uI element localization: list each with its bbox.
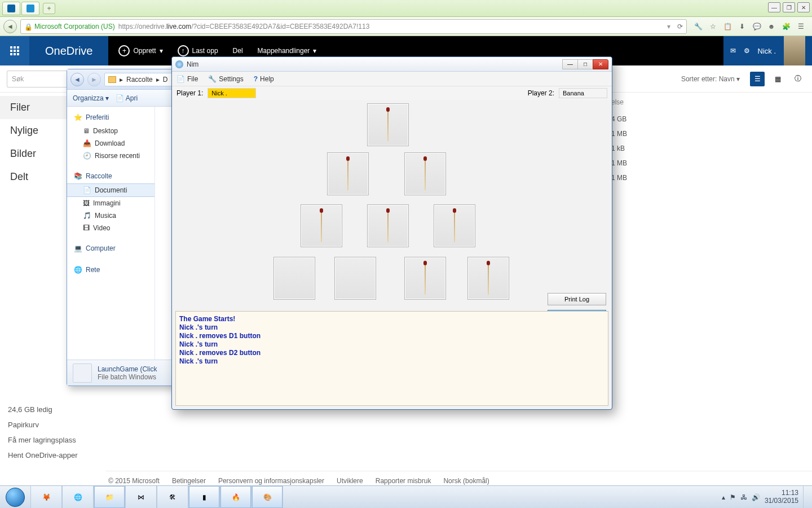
menu-settings[interactable]: 🔧 Settings (208, 75, 243, 83)
match-1-0[interactable] (327, 152, 369, 195)
menu-help[interactable]: ? Help (254, 75, 274, 83)
tree-network[interactable]: 🌐 Rete (67, 262, 155, 277)
minimize-button[interactable]: ― (768, 2, 780, 12)
taskbar-cmd[interactable]: ▮ (188, 486, 220, 508)
tree-music[interactable]: 🎵 Musica (67, 209, 155, 222)
match-2-0[interactable] (301, 204, 342, 247)
tree-recent[interactable]: 🕘 Risorse recenti (67, 150, 155, 162)
file-thumbnail (73, 364, 92, 383)
avatar[interactable] (784, 36, 805, 65)
browser-tab-outlook[interactable] (2, 2, 20, 15)
folder-actions-button[interactable]: Mappehandlinger▾ (258, 47, 317, 55)
system-tray: ▴ ⚑ 🖧 🔊 11:1331/03/2015 (717, 486, 812, 508)
explorer-forward-button[interactable]: ► (87, 73, 101, 86)
clipboard-icon[interactable]: 📋 (723, 22, 732, 31)
match-3-2[interactable] (404, 257, 446, 300)
file-size-column: else 4 GB 1 MB 1 kB 1 MB 1 MB (611, 93, 645, 185)
tree-favorites[interactable]: ⭐ Preferiti (67, 110, 155, 125)
view-info-button[interactable]: ⓘ (791, 72, 805, 86)
tree-video[interactable]: 🎞 Video (67, 222, 155, 234)
match-3-3[interactable] (467, 257, 509, 300)
new-tab-button[interactable]: + (43, 3, 55, 14)
match-2-2[interactable] (434, 204, 475, 247)
restore-button[interactable]: ❐ (783, 2, 795, 12)
create-button[interactable]: +Opprett▾ (118, 45, 162, 56)
get-apps-link[interactable]: Hent OneDrive-apper (8, 448, 78, 463)
face-icon[interactable]: ☻ (767, 22, 776, 31)
reload-icon[interactable]: ⟳ (677, 23, 683, 30)
onedrive-icon (27, 5, 34, 12)
messages-icon[interactable]: ✉ (730, 47, 736, 55)
storage-quota: 24,6 GB ledig (8, 402, 78, 417)
player2-name: Banana (559, 88, 607, 98)
taskbar-visualstudio[interactable]: ⋈ (125, 486, 157, 508)
user-name[interactable]: Nick . (758, 47, 776, 55)
match-0-0[interactable] (367, 103, 409, 146)
settings-gear-icon[interactable]: ⚙ (744, 47, 750, 55)
share-button[interactable]: Del (233, 47, 243, 55)
print-log-button[interactable]: Print Log (548, 293, 606, 305)
view-tiles-button[interactable]: ▦ (770, 72, 785, 86)
lock-icon: 🔒 (24, 23, 31, 30)
recycle-bin-link[interactable]: Papirkurv (8, 417, 78, 432)
taskbar: 🦊 🌐 📁 ⋈ 🛠 ▮ 🔥 🎨 ▴ ⚑ 🖧 🔊 11:1331/03/2015 (0, 485, 812, 508)
upload-button[interactable]: ↑Last opp (178, 45, 218, 56)
match-3-1 (334, 257, 376, 300)
nim-maximize-button[interactable]: □ (577, 59, 593, 69)
open-button[interactable]: 📄 Apri (116, 94, 138, 102)
dropdown-icon[interactable]: ▾ (667, 23, 670, 30)
puzzle-icon[interactable]: 🧩 (782, 22, 791, 31)
chat-icon[interactable]: 💬 (752, 22, 761, 31)
tray-network-icon[interactable]: 🖧 (740, 493, 747, 501)
bookmark-star-icon[interactable]: ☆ (708, 22, 717, 31)
browser-tab-strip: + ― ❐ ✕ (0, 0, 812, 17)
explorer-back-button[interactable]: ◄ (70, 73, 84, 86)
selected-file-type: File batch Windows (98, 373, 157, 381)
taskbar-nim[interactable]: 🔥 (220, 486, 251, 508)
downloads-icon[interactable]: ⬇ (738, 22, 747, 31)
system-clock[interactable]: 11:1331/03/2015 (765, 489, 798, 504)
outlook-icon (7, 5, 15, 12)
hamburger-icon[interactable]: ☰ (796, 22, 805, 31)
browser-tool-icons: 🔧 ☆ 📋 ⬇ 💬 ☻ 🧩 ☰ (690, 22, 809, 31)
browser-tab-onedrive[interactable] (21, 2, 39, 15)
nim-titlebar[interactable]: Nim ― □ ✕ (172, 57, 612, 72)
taskbar-paint[interactable]: 🎨 (251, 486, 283, 508)
sort-dropdown[interactable]: Sorter etter: Navn ▾ (681, 75, 740, 83)
show-desktop-button[interactable] (803, 486, 807, 509)
windows-orb-icon (6, 488, 25, 507)
match-1-1[interactable] (404, 152, 446, 195)
tray-chevron-icon[interactable]: ▴ (722, 493, 725, 501)
taskbar-firefox[interactable]: 🦊 (30, 486, 62, 508)
player1-label: Player 1: (176, 89, 203, 97)
taskbar-browser2[interactable]: 🌐 (62, 486, 94, 508)
get-storage-link[interactable]: Få mer lagringsplass (8, 432, 78, 448)
player2-label: Player 2: (528, 89, 554, 97)
nim-minimize-button[interactable]: ― (562, 59, 578, 69)
folder-icon (108, 76, 116, 83)
app-launcher[interactable] (0, 36, 29, 65)
organize-menu[interactable]: Organizza ▾ (73, 94, 109, 102)
tree-computer[interactable]: 💻 Computer (67, 241, 155, 256)
taskbar-explorer[interactable]: 📁 (94, 486, 125, 508)
close-button[interactable]: ✕ (797, 2, 810, 12)
start-button[interactable] (0, 486, 30, 508)
tray-volume-icon[interactable]: 🔊 (752, 493, 760, 501)
taskbar-devtool[interactable]: 🛠 (157, 486, 188, 508)
view-list-button[interactable]: ☰ (750, 72, 765, 86)
wrench-icon[interactable]: 🔧 (694, 22, 703, 31)
tree-download[interactable]: 📥 Download (67, 137, 155, 150)
menu-file[interactable]: 📄 File (176, 75, 198, 83)
tree-libraries[interactable]: 📚 Raccolte (67, 169, 155, 183)
back-button[interactable]: ◄ (3, 20, 17, 33)
match-2-1[interactable] (367, 204, 409, 247)
onedrive-bottom-links: 24,6 GB ledig Papirkurv Få mer lagringsp… (8, 402, 78, 463)
nim-menu-bar: 📄 File 🔧 Settings ? Help (172, 72, 612, 86)
tree-desktop[interactable]: 🖥 Desktop (67, 125, 155, 137)
tree-documents[interactable]: 📄 Documenti (67, 183, 155, 197)
address-bar[interactable]: 🔒 Microsoft Corporation (US) https://one… (20, 19, 687, 34)
tray-flag-icon[interactable]: ⚑ (730, 493, 736, 501)
nim-close-button[interactable]: ✕ (593, 59, 608, 69)
browser-toolbar: ◄ 🔒 Microsoft Corporation (US) https://o… (0, 17, 812, 36)
tree-images[interactable]: 🖼 Immagini (67, 197, 155, 209)
